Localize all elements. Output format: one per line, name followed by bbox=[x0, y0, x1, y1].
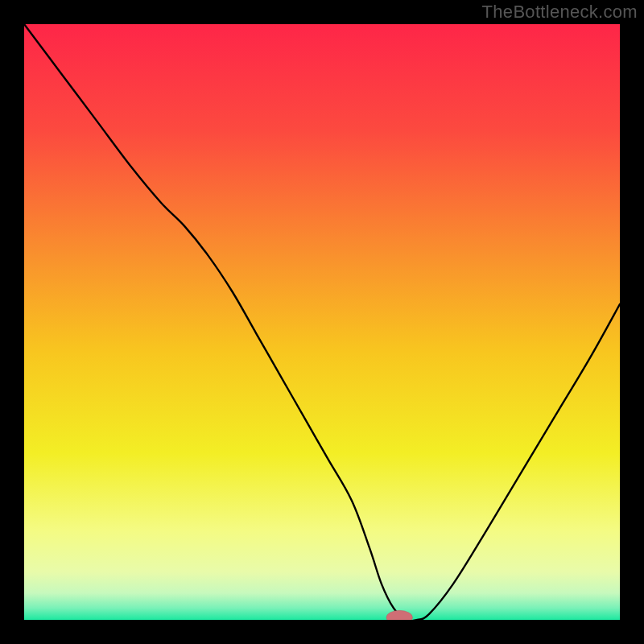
gradient-background bbox=[24, 24, 620, 620]
plot-area bbox=[24, 24, 620, 620]
chart-frame: TheBottleneck.com bbox=[0, 0, 644, 644]
bottleneck-chart bbox=[24, 24, 620, 620]
watermark-text: TheBottleneck.com bbox=[482, 2, 638, 23]
